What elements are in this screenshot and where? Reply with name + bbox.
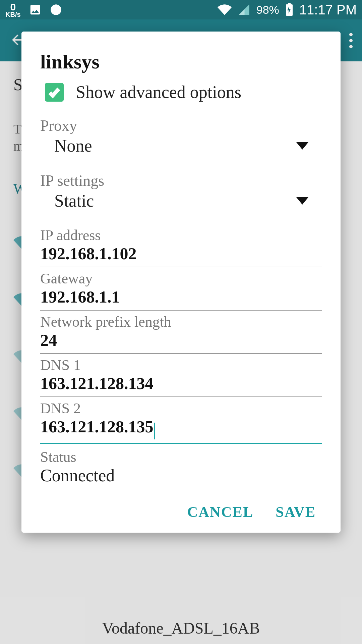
show-advanced-row[interactable]: Show advanced options (45, 82, 322, 102)
wifi-network-dialog: linksys Show advanced options Proxy None… (21, 32, 341, 533)
ip-address-field-row: IP address (40, 227, 322, 267)
gateway-input[interactable] (40, 287, 322, 311)
signal-icon (238, 3, 250, 16)
dns2-label: DNS 2 (40, 400, 322, 417)
ipsettings-dropdown[interactable]: Static (40, 190, 322, 216)
prefix-field-row: Network prefix length (40, 313, 322, 354)
status-bar: 0 KB/s 98% 11:17 PM (0, 0, 362, 19)
data-speed-unit: KB/s (5, 11, 21, 17)
proxy-dropdown[interactable]: None (40, 135, 322, 161)
data-speed-value: 0 (10, 2, 16, 11)
clock-time: 11:17 PM (299, 2, 357, 17)
ipsettings-label: IP settings (40, 172, 322, 190)
dialog-title: linksys (40, 50, 322, 73)
status-label: Status (40, 448, 322, 466)
ip-address-input[interactable] (40, 244, 322, 267)
dns2-field-row: DNS 2 163.121.128.135 (40, 400, 322, 444)
dns1-label: DNS 1 (40, 357, 322, 374)
image-icon (29, 3, 42, 16)
ip-address-label: IP address (40, 227, 322, 244)
ipsettings-value: Static (54, 191, 94, 211)
svg-rect-1 (288, 3, 291, 5)
prefix-label: Network prefix length (40, 313, 322, 330)
dns1-field-row: DNS 1 (40, 357, 322, 397)
chevron-down-icon (296, 197, 308, 205)
battery-charging-icon (285, 3, 293, 16)
gateway-field-row: Gateway (40, 270, 322, 311)
status-row: Status Connected (40, 448, 322, 485)
proxy-value: None (54, 136, 92, 156)
data-speed-indicator: 0 KB/s (5, 2, 21, 17)
dialog-button-row: CANCEL SAVE (40, 503, 322, 521)
show-advanced-label: Show advanced options (76, 82, 241, 102)
dns2-input[interactable]: 163.121.128.135 (40, 417, 154, 436)
chevron-down-icon (296, 142, 308, 150)
download-circle-icon (50, 3, 62, 16)
save-button[interactable]: SAVE (276, 503, 316, 521)
prefix-input[interactable] (40, 330, 322, 354)
battery-percentage: 98% (256, 3, 279, 16)
wifi-icon (218, 3, 232, 17)
cancel-button[interactable]: CANCEL (187, 503, 254, 521)
show-advanced-checkbox[interactable] (45, 83, 64, 102)
gateway-label: Gateway (40, 270, 322, 287)
text-cursor (154, 423, 155, 439)
proxy-label: Proxy (40, 117, 322, 135)
dns1-input[interactable] (40, 374, 322, 397)
status-value: Connected (40, 466, 322, 485)
